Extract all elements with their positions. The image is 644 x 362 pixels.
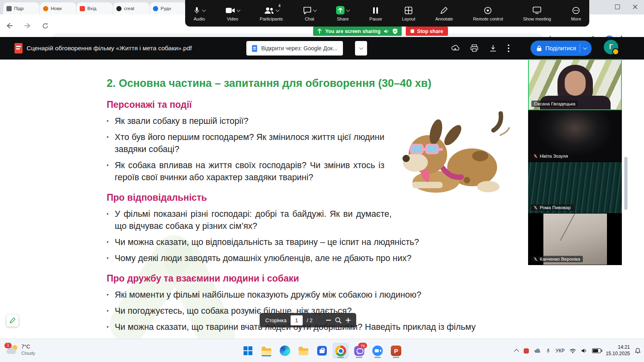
window-restore-button[interactable] (609, 0, 626, 14)
zoom-tool-pause[interactable]: Pause (369, 6, 382, 21)
share-button-label: Поділитися (545, 45, 576, 51)
scrollbar-thumb[interactable] (624, 157, 627, 210)
viber-button[interactable]: 78 (351, 343, 367, 359)
dog-tail (493, 113, 501, 130)
pdf-bullet: Чи можна сказати, що відповідальність за… (115, 236, 419, 248)
account-avatar[interactable]: Г (604, 40, 618, 54)
dog-sunglasses (411, 145, 423, 153)
participant-video[interactable]: Рома Пивовар (528, 162, 622, 213)
browser-tab[interactable]: Рудн (150, 2, 186, 14)
windows-taskbar: 1 7°C Cloudy 78 УКР 14:21 15.10.2025 (0, 339, 644, 362)
zoom-tool-chat[interactable]: Chat (303, 6, 316, 21)
sharing-banner-text: You are screen sharing (325, 29, 380, 34)
wifi-icon[interactable] (570, 348, 576, 354)
viber-unread-badge: 78 (358, 343, 367, 348)
restore-icon (615, 4, 620, 9)
participant-video[interactable]: Нікіта Зозуля (528, 111, 622, 162)
zoom-tool-label: Participants (260, 16, 283, 21)
security-shield-icon[interactable] (392, 28, 398, 34)
screen-sharing-banner: You are screen sharing (313, 27, 402, 36)
zoom-tool-annotate[interactable]: Annotate (435, 6, 453, 21)
pencil-icon (440, 6, 448, 14)
chevron-down-icon[interactable] (583, 46, 587, 50)
page-number-input[interactable] (291, 315, 303, 325)
tab-label: Нови (51, 6, 62, 11)
annotation-pencil-button[interactable] (6, 315, 19, 327)
tab-label: creat (124, 6, 134, 11)
zoom-tool-share[interactable]: Share (336, 6, 349, 21)
zoom-tool-show-meeting[interactable]: Show meeting (523, 6, 551, 21)
drive-share-button[interactable]: Поділитися (530, 41, 592, 56)
powerpoint-button[interactable] (388, 343, 404, 359)
participant-name-chip: Канченко Вероніка (530, 256, 583, 262)
back-button[interactable] (4, 20, 15, 31)
tray-app-icon[interactable] (524, 348, 529, 354)
pencil-icon (9, 317, 16, 324)
battery-icon[interactable] (592, 348, 601, 353)
browser-tab[interactable]: creat (113, 2, 149, 14)
system-tray: УКР 14:21 15.10.2025 (515, 339, 641, 362)
pdf-bullet: Як звали собаку в першій історії? (115, 115, 248, 127)
start-button[interactable] (240, 343, 256, 359)
tray-time: 14:21 (618, 344, 630, 351)
cloud-icon (6, 349, 16, 354)
participant-video[interactable]: Канченко Вероніка (528, 214, 622, 265)
language-indicator[interactable]: УКР (555, 348, 565, 354)
browser-tab[interactable]: Вхід (76, 2, 113, 14)
microphone-icon (193, 6, 200, 15)
weather-widget[interactable]: 1 7°C Cloudy (3, 342, 38, 357)
drive-preview-header: Сценарій обговорення фільму «Життя і мет… (0, 37, 644, 60)
zoom-tool-more[interactable]: More (571, 6, 581, 21)
zoom-out-button[interactable] (326, 320, 331, 321)
dog-illustration (398, 111, 510, 204)
add-to-drive-button[interactable] (451, 44, 460, 52)
taskbar-clock[interactable]: 14:21 15.10.2025 (606, 344, 630, 357)
zoom-app-button[interactable] (369, 343, 386, 359)
zoom-tool-layout[interactable]: Layout (402, 6, 415, 21)
zoom-tool-label: Chat (305, 16, 314, 21)
tab-label: Рудн (161, 6, 171, 11)
zoom-tool-label: More (571, 16, 581, 21)
stop-share-label: Stop share (417, 29, 443, 34)
store-button[interactable] (314, 343, 330, 359)
chevron-down-icon[interactable] (346, 8, 350, 12)
browser-tab[interactable]: Нови (40, 2, 76, 14)
stop-share-button[interactable]: Stop share (406, 27, 448, 36)
tray-mic-icon[interactable] (546, 348, 551, 354)
zoom-tool-label: Pause (369, 16, 382, 21)
pdf-bullet: Чому деякі люди заводять домашніх улюбле… (115, 252, 411, 264)
chevron-down-icon[interactable] (276, 8, 280, 12)
print-button[interactable] (470, 44, 479, 52)
page-total: / 2 (307, 317, 312, 323)
file-explorer-button[interactable] (258, 343, 275, 359)
browser-tab[interactable]: Підр (3, 2, 39, 14)
edge-button[interactable] (277, 343, 293, 359)
window-close-button[interactable] (626, 0, 644, 14)
fit-zoom-button[interactable] (335, 317, 342, 324)
forward-button[interactable] (22, 20, 33, 31)
volume-icon[interactable] (581, 348, 587, 354)
open-with-button[interactable]: Відкрити через: Google Док... (246, 41, 343, 56)
notification-bell-icon[interactable] (635, 348, 641, 354)
zoom-tool-video[interactable]: Video (225, 6, 240, 21)
reload-button[interactable] (39, 20, 51, 31)
chevron-down-icon[interactable] (202, 8, 206, 12)
open-with-dropdown[interactable] (355, 41, 367, 56)
participant-video[interactable]: Оксана Гвоздецька (528, 59, 622, 110)
onedrive-icon[interactable] (534, 348, 541, 353)
taskbar-apps: 78 (240, 343, 404, 359)
chevron-down-icon[interactable] (313, 8, 317, 12)
speaker-icon[interactable] (384, 29, 389, 34)
chevron-down-icon[interactable] (236, 8, 240, 12)
more-actions-button[interactable] (508, 44, 510, 52)
zoom-tool-audio[interactable]: Audio (193, 6, 205, 21)
tray-overflow-button[interactable] (514, 349, 519, 354)
weather-icon: 1 (6, 345, 18, 355)
zoom-tool-participants[interactable]: 4 Participants (260, 6, 283, 21)
download-button[interactable] (489, 44, 497, 52)
folder-button[interactable] (295, 343, 312, 359)
muted-mic-icon (533, 206, 538, 210)
zoom-in-button[interactable] (346, 318, 351, 323)
chrome-button[interactable] (332, 343, 349, 359)
zoom-tool-remote-control[interactable]: Remote control (473, 6, 503, 21)
